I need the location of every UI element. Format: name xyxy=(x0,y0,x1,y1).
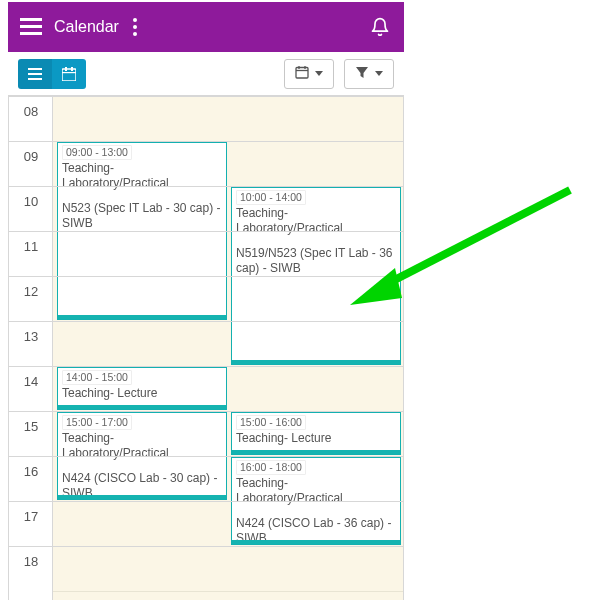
svg-rect-1 xyxy=(28,73,42,75)
hour-label: 16 xyxy=(9,464,53,479)
calendar-event[interactable]: 14:00 - 15:00Teaching- Lecture xyxy=(57,367,227,410)
event-time: 10:00 - 14:00 xyxy=(236,190,306,205)
event-location: N519/N523 (Spec IT Lab - 36 cap) - SIWB xyxy=(236,246,396,276)
event-time: 16:00 - 18:00 xyxy=(236,460,306,475)
event-location: N523 (Spec IT Lab - 30 cap) - SIWB xyxy=(62,201,222,231)
hour-label: 08 xyxy=(9,104,53,119)
app-header: Calendar xyxy=(8,2,404,52)
notifications-icon[interactable] xyxy=(370,16,390,42)
svg-rect-0 xyxy=(28,68,42,70)
chevron-down-icon xyxy=(315,71,323,76)
chevron-down-icon xyxy=(375,71,383,76)
day-column[interactable]: 09:00 - 13:00Teaching- Laboratory/Practi… xyxy=(53,96,403,600)
svg-rect-6 xyxy=(62,72,76,73)
date-picker-button[interactable] xyxy=(284,59,334,89)
overflow-menu-icon[interactable] xyxy=(133,15,137,39)
hour-label: 12 xyxy=(9,284,53,299)
svg-rect-5 xyxy=(71,67,73,71)
filter-icon xyxy=(355,65,369,82)
calendar-toolbar xyxy=(8,52,404,96)
calendar-event[interactable]: 15:00 - 16:00Teaching- Lecture xyxy=(231,412,401,455)
hour-label: 18 xyxy=(9,554,53,569)
event-title: Teaching- Lecture xyxy=(62,386,222,401)
list-view-button[interactable] xyxy=(18,59,52,89)
event-time: 15:00 - 16:00 xyxy=(236,415,306,430)
svg-rect-3 xyxy=(62,69,76,81)
svg-marker-11 xyxy=(356,67,368,78)
hour-label: 14 xyxy=(9,374,53,389)
calendar-view-button[interactable] xyxy=(52,59,86,89)
svg-rect-4 xyxy=(65,67,67,71)
event-time: 09:00 - 13:00 xyxy=(62,145,132,160)
hour-label: 09 xyxy=(9,149,53,164)
filter-button[interactable] xyxy=(344,59,394,89)
hour-label: 13 xyxy=(9,329,53,344)
calendar-small-icon xyxy=(295,65,309,82)
page-title: Calendar xyxy=(54,18,119,36)
hour-label: 15 xyxy=(9,419,53,434)
calendar-day-view[interactable]: 0809101112131415161718 09:00 - 13:00Teac… xyxy=(8,96,404,600)
event-time: 15:00 - 17:00 xyxy=(62,415,132,430)
svg-line-12 xyxy=(375,190,570,290)
event-title: Teaching- Lecture xyxy=(236,431,396,446)
svg-rect-2 xyxy=(28,78,42,80)
hour-label: 17 xyxy=(9,509,53,524)
time-gutter: 0809101112131415161718 xyxy=(9,96,53,600)
hour-label: 11 xyxy=(9,239,53,254)
svg-rect-7 xyxy=(296,68,308,79)
menu-icon[interactable] xyxy=(20,18,42,36)
event-time: 14:00 - 15:00 xyxy=(62,370,132,385)
hour-label: 10 xyxy=(9,194,53,209)
